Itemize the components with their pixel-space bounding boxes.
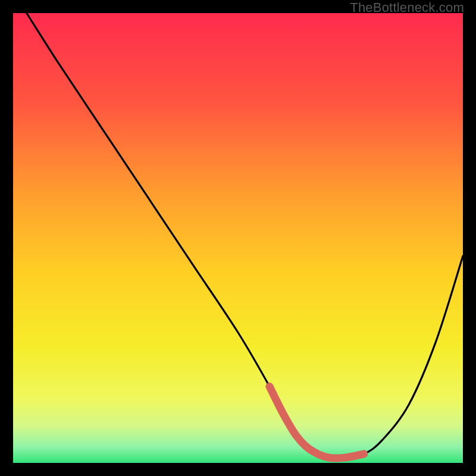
plot-area <box>13 13 463 463</box>
watermark-text: TheBottleneck.com <box>350 0 464 15</box>
chart-container: TheBottleneck.com <box>0 0 476 476</box>
bottleneck-curve <box>13 13 463 463</box>
